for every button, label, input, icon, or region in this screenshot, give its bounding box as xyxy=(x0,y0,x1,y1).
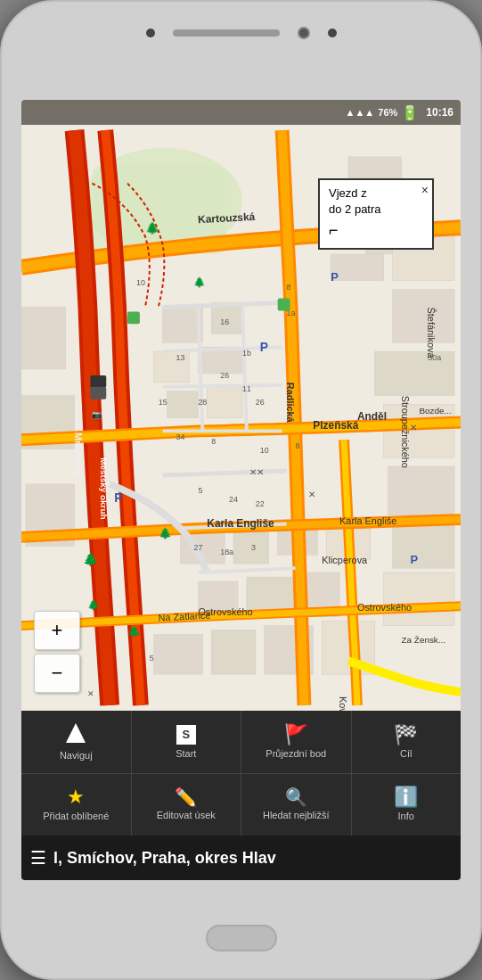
pridat-label: Přidat oblíbené xyxy=(43,811,109,821)
nav-popup-line1: Vjezd z xyxy=(329,185,423,202)
svg-text:18a: 18a xyxy=(220,548,233,556)
svg-text:Karla Engliše: Karla Engliše xyxy=(339,515,396,526)
navigate-icon xyxy=(66,723,86,746)
zoom-in-button[interactable]: + xyxy=(34,611,80,650)
cil-label: Cíl xyxy=(400,748,412,759)
svg-text:Plzeňská: Plzeňská xyxy=(313,419,358,432)
svg-text:5: 5 xyxy=(150,654,154,663)
svg-text:🌲: 🌲 xyxy=(83,552,99,567)
svg-rect-21 xyxy=(167,391,199,418)
prujezdni-button[interactable]: 🚩 Průjezdní bod xyxy=(241,711,352,773)
svg-text:22: 22 xyxy=(256,499,265,508)
svg-text:Anděl: Anděl xyxy=(357,410,387,423)
toolbar-row-2: ★ Přidat oblíbené ✏️ Editovat úsek 🔍 Hle… xyxy=(21,774,461,836)
svg-text:🌲: 🌲 xyxy=(87,598,100,611)
battery-indicator: 76% xyxy=(378,107,397,118)
phone-device: ▲▲▲ 76% 🔋 10:16 xyxy=(0,0,482,980)
naviguj-button[interactable]: Naviguj xyxy=(21,711,132,773)
svg-rect-22 xyxy=(207,387,242,418)
battery-icon: 🔋 xyxy=(401,104,419,121)
svg-text:30a: 30a xyxy=(428,353,441,362)
svg-rect-8 xyxy=(393,290,454,343)
nav-popup-bracket: ⌐ xyxy=(329,219,423,242)
info-icon: ℹ️ xyxy=(394,787,418,807)
nav-popup-line2: do 2 patra xyxy=(329,202,423,218)
svg-text:🌲: 🌲 xyxy=(193,276,206,288)
svg-rect-11 xyxy=(388,466,454,515)
start-icon: S xyxy=(176,725,196,745)
camera xyxy=(298,27,310,39)
svg-text:📷: 📷 xyxy=(92,410,102,421)
star-icon: ★ xyxy=(67,787,85,807)
svg-text:Kovářů: Kovářů xyxy=(338,696,348,711)
svg-text:P: P xyxy=(260,340,268,354)
svg-rect-14 xyxy=(21,308,66,369)
svg-text:✕: ✕ xyxy=(308,490,315,499)
svg-text:Bozde...: Bozde... xyxy=(419,406,451,416)
editovat-label: Editovat úsek xyxy=(157,810,216,820)
svg-rect-13 xyxy=(384,572,454,626)
nav-popup-close[interactable]: × xyxy=(421,182,429,200)
signal-icon: ▲▲▲ xyxy=(346,107,375,118)
naviguj-label: Naviguj xyxy=(60,750,93,761)
cil-button[interactable]: 🏁 Cíl xyxy=(352,711,462,773)
map-area[interactable]: P P P P P Kartouzská Tunel Mrázovka Měst… xyxy=(21,125,461,711)
svg-text:Městský okruh: Městský okruh xyxy=(99,457,109,519)
search-icon: 🔍 xyxy=(285,788,307,806)
address-bar: ☰ l, Smíchov, Praha, okres Hlav xyxy=(21,836,461,880)
svg-text:Ostrovského: Ostrovského xyxy=(357,602,412,613)
start-label: Start xyxy=(176,748,196,759)
info-label: Info xyxy=(398,811,414,821)
sensor2 xyxy=(328,29,337,37)
svg-rect-9 xyxy=(375,351,454,396)
map-controls: + − xyxy=(34,611,80,693)
svg-text:Stroupežnického: Stroupežnického xyxy=(400,396,411,468)
pencil-icon: ✏️ xyxy=(175,788,197,806)
svg-rect-94 xyxy=(278,299,290,311)
svg-text:8: 8 xyxy=(287,283,291,292)
svg-rect-30 xyxy=(154,635,203,675)
start-button[interactable]: S Start xyxy=(132,711,242,773)
svg-text:15: 15 xyxy=(159,398,167,407)
zoom-out-button[interactable]: − xyxy=(34,654,80,693)
svg-text:27: 27 xyxy=(193,543,202,552)
svg-text:🌲: 🌲 xyxy=(159,526,172,539)
svg-rect-31 xyxy=(211,630,256,675)
svg-rect-6 xyxy=(331,254,384,281)
home-button[interactable] xyxy=(206,925,277,951)
svg-text:✕: ✕ xyxy=(87,689,94,698)
status-bar: ▲▲▲ 76% 🔋 10:16 xyxy=(21,100,461,125)
svg-rect-12 xyxy=(393,524,454,569)
nav-popup: × Vjezd z do 2 patra ⌐ xyxy=(318,178,434,250)
svg-text:26: 26 xyxy=(256,398,265,407)
hledat-button[interactable]: 🔍 Hledat nejbližší xyxy=(241,774,352,836)
svg-text:1b: 1b xyxy=(242,349,251,358)
svg-text:5: 5 xyxy=(198,486,202,495)
svg-text:P: P xyxy=(114,490,122,505)
svg-rect-90 xyxy=(90,375,106,388)
hledat-label: Hledat nejbližší xyxy=(263,810,330,820)
svg-text:Tunel Mrázovka: Tunel Mrázovka xyxy=(73,405,84,478)
svg-text:8: 8 xyxy=(296,441,300,450)
svg-text:Za Žensk...: Za Žensk... xyxy=(402,635,446,645)
sensor xyxy=(146,29,155,37)
phone-top-hardware xyxy=(2,27,480,39)
svg-rect-93 xyxy=(127,311,140,324)
bottom-toolbar: Naviguj S Start 🚩 Průjezdní bod 🏁 Cíl xyxy=(21,711,461,836)
svg-text:🌲: 🌲 xyxy=(145,221,160,235)
pridat-button[interactable]: ★ Přidat oblíbené xyxy=(21,774,132,836)
svg-text:Radlická: Radlická xyxy=(285,383,296,424)
speaker xyxy=(173,29,280,37)
svg-text:Ostrovského: Ostrovského xyxy=(198,606,252,617)
info-button[interactable]: ℹ️ Info xyxy=(352,774,462,836)
toolbar-row-1: Naviguj S Start 🚩 Průjezdní bod 🏁 Cíl xyxy=(21,711,461,774)
svg-text:13: 13 xyxy=(176,353,185,362)
address-text: l, Smíchov, Praha, okres Hlav xyxy=(53,849,276,868)
svg-text:24: 24 xyxy=(229,495,238,504)
prujezdni-label: Průjezdní bod xyxy=(266,748,326,759)
svg-text:8: 8 xyxy=(211,437,216,446)
svg-text:Štefánikova: Štefánikova xyxy=(426,308,437,359)
editovat-button[interactable]: ✏️ Editovat úsek xyxy=(132,774,242,836)
svg-text:Karla Engliše: Karla Engliše xyxy=(207,517,274,530)
menu-icon[interactable]: ☰ xyxy=(30,847,46,869)
